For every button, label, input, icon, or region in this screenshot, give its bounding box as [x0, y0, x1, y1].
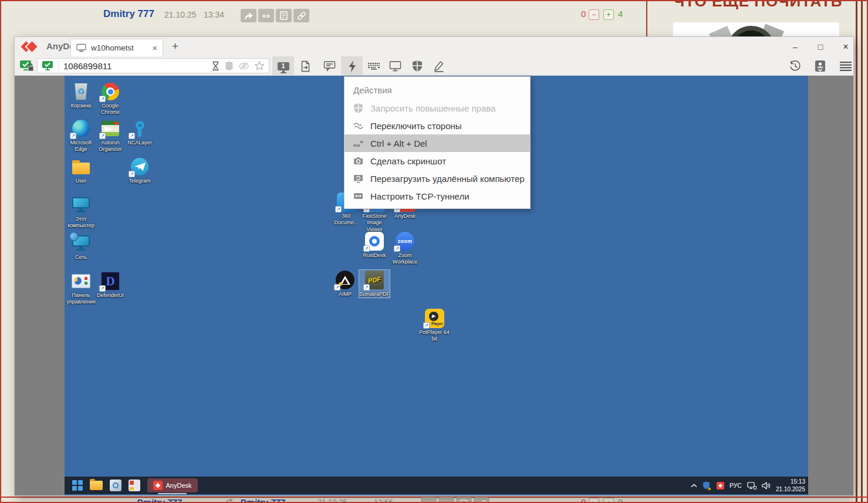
- desktop-icon-network[interactable]: Сеть: [66, 233, 96, 261]
- desktop-icon-telegram[interactable]: ↗ Telegram: [124, 157, 155, 184]
- menu-item-tcp-tunnels[interactable]: Настроить TCP-туннели: [345, 187, 530, 205]
- desktop-icon-potplayer[interactable]: ▶Player↗ PotPlayer 64 bit: [419, 308, 450, 343]
- watch-band: [709, 26, 732, 38]
- taskbar-app-icon-2[interactable]: [129, 480, 140, 491]
- window-close-button[interactable]: ×: [832, 37, 859, 56]
- post-time: 13:34: [204, 10, 224, 19]
- elevation-shield-icon: [353, 103, 363, 114]
- article-thumbnail-watch[interactable]: [673, 22, 839, 38]
- session-history-button[interactable]: [784, 56, 806, 76]
- post-date: 21.10.25: [164, 10, 197, 19]
- permissions-button[interactable]: [406, 56, 428, 76]
- tray-clock[interactable]: 15:13 21.10.2025: [776, 478, 805, 493]
- new-tab-button[interactable]: +: [172, 40, 178, 53]
- tab-close-icon[interactable]: ×: [152, 43, 157, 52]
- keyboard-icon: [367, 62, 380, 70]
- connection-status-icon: [19, 59, 34, 73]
- quote-button[interactable]: «»: [258, 9, 274, 22]
- upvote-button[interactable]: +: [603, 9, 614, 20]
- bottom-link-button[interactable]: [474, 497, 489, 502]
- shortcut-arrow-icon: ↗: [99, 96, 106, 102]
- desktop-icon-rustdesk[interactable]: ↗ RustDesk: [359, 231, 390, 259]
- anydesk-window: AnyDesk w10hometst × + – □ × 1086899811: [15, 37, 853, 495]
- tray-date: 21.10.2025: [776, 485, 805, 493]
- link-button[interactable]: [293, 9, 309, 22]
- monitor-select-button[interactable]: 1: [272, 56, 294, 76]
- file-explorer-button[interactable]: [90, 481, 103, 490]
- taskbar-left-icons: AnyDesk: [72, 477, 198, 494]
- desktop-icon-control-panel[interactable]: Панель управления: [66, 271, 96, 306]
- actions-button[interactable]: [341, 56, 363, 76]
- start-button[interactable]: [72, 480, 83, 491]
- menu-item-ctrl-alt-del[interactable]: Ctrl + Alt + Del: [345, 134, 530, 152]
- privacy-mode-icon: [238, 62, 249, 70]
- note-button[interactable]: [276, 9, 292, 22]
- restart-remote-icon: [353, 174, 363, 183]
- session-duration-icon: [211, 61, 220, 71]
- recycle-bin-icon: ♻: [74, 83, 88, 100]
- bottom-note-button[interactable]: [456, 497, 472, 502]
- bottom-post-time: 13:56: [374, 498, 393, 502]
- desktop-icon-this-pc[interactable]: Этот компьютер: [66, 195, 96, 229]
- address-book-icon: [815, 60, 826, 72]
- desktop-icon-zoom-workplace[interactable]: zoom↗ Zoom Workplace: [390, 231, 420, 266]
- taskbar-anydesk-button[interactable]: AnyDesk: [147, 478, 198, 492]
- network-tray-icon[interactable]: [747, 482, 756, 490]
- desktop-icon-google-chrome[interactable]: ↗ Google Chrome: [95, 82, 126, 116]
- bottom-post-author[interactable]: Dmitry 777: [137, 497, 182, 502]
- screenshot-camera-icon: [353, 157, 363, 165]
- system-tray: РУС 15:13 21.10.2025: [691, 477, 805, 494]
- menu-item-take-screenshot[interactable]: Сделать скриншот: [345, 152, 530, 170]
- this-pc-icon: [72, 196, 90, 214]
- remote-taskbar[interactable]: AnyDesk РУС 15:13 21.10.2025: [65, 477, 808, 494]
- address-field[interactable]: 1086899811: [37, 58, 269, 73]
- reply-button[interactable]: [241, 9, 256, 22]
- taskbar-app-icon[interactable]: [110, 480, 121, 491]
- bottom-upvote-button[interactable]: +: [603, 498, 614, 502]
- window-maximize-button[interactable]: □: [807, 37, 834, 56]
- bottom-quote-button[interactable]: «»: [438, 497, 454, 502]
- menu-item-restart-remote[interactable]: Перезагрузить удалённый компьютер: [345, 170, 530, 187]
- address-book-button[interactable]: [809, 56, 831, 76]
- titlebar[interactable]: AnyDesk w10hometst × + – □ ×: [15, 37, 853, 56]
- desktop-icon-sumatrapdf[interactable]: PDF↗ SumatraPDF: [359, 270, 390, 298]
- anydesk-tray-icon[interactable]: [717, 482, 724, 490]
- bottom-downvote-button[interactable]: −: [589, 498, 599, 502]
- remote-address[interactable]: 1086899811: [63, 61, 207, 71]
- favorite-star-icon[interactable]: [254, 61, 265, 71]
- bottom-post-reply-author[interactable]: Dmitry 777: [240, 497, 285, 502]
- sidebar-heading-clip: ЧТО ЕЩЕ ПОЧИТАТЬ: [653, 1, 855, 9]
- display-settings-button[interactable]: [384, 56, 406, 76]
- main-menu-button[interactable]: [835, 56, 856, 76]
- keyboard-settings-button[interactable]: [363, 56, 384, 76]
- security-shield-icon[interactable]: [702, 481, 711, 490]
- whiteboard-button[interactable]: [428, 56, 450, 76]
- desktop-icon-autorun-organizer[interactable]: ↗ Autorun Organizer: [95, 119, 126, 153]
- globe-icon: [69, 232, 79, 241]
- desktop-icon-user-folder[interactable]: User: [66, 157, 96, 184]
- chat-button[interactable]: [319, 56, 340, 76]
- post-author[interactable]: Dmitry 777: [103, 8, 154, 20]
- menu-item-switch-sides[interactable]: Переключить стороны: [345, 117, 530, 134]
- tray-time: 15:13: [776, 478, 805, 485]
- bottom-post-strip: Dmitry 777 Dmitry 777 21.10.25 13:56 «» …: [0, 497, 868, 502]
- bottom-upvote-count: 0: [618, 497, 623, 502]
- page-right-border-outer: [861, 1, 863, 502]
- tray-chevron-up-icon[interactable]: [691, 484, 697, 488]
- volume-icon[interactable]: [762, 482, 771, 490]
- desktop-icon-aimp[interactable]: ↗ AIMP: [330, 270, 360, 298]
- desktop-icon-defenderui[interactable]: D↗ DefenderUI: [95, 271, 126, 299]
- permissions-shield-icon: [412, 60, 423, 72]
- desktop-icon-ncalayer[interactable]: ↗ NCALayer: [124, 119, 155, 146]
- desktop-icon-recycle-bin[interactable]: ♻ Корзина: [66, 82, 96, 109]
- bottom-reply-button[interactable]: [421, 497, 437, 502]
- whiteboard-pen-icon: [433, 60, 445, 72]
- language-indicator[interactable]: РУС: [729, 482, 742, 489]
- file-transfer-button[interactable]: [295, 56, 316, 76]
- anydesk-logo-icon: [21, 42, 43, 52]
- desktop-icon-microsoft-edge[interactable]: ↗ Microsoft Edge: [66, 119, 96, 153]
- downvote-button[interactable]: −: [589, 9, 599, 20]
- separator: [58, 61, 59, 70]
- session-tab[interactable]: w10hometst ×: [70, 39, 163, 56]
- window-minimize-button[interactable]: –: [782, 37, 809, 56]
